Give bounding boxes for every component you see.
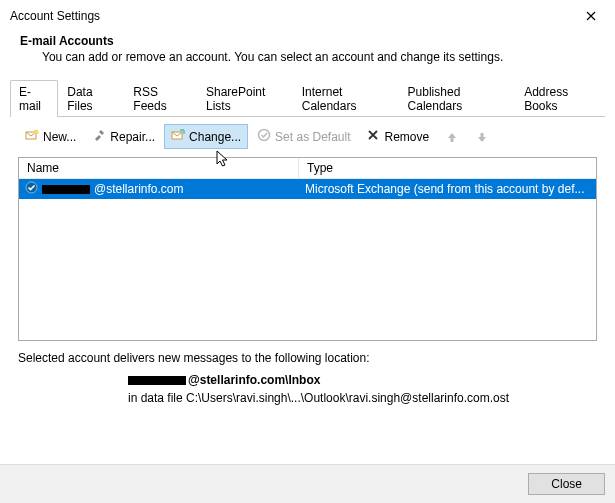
delivery-path: in data file C:\Users\ravi.singh\...\Out… — [18, 389, 597, 415]
remove-x-icon — [366, 128, 380, 145]
tab-data-files[interactable]: Data Files — [58, 80, 124, 117]
svg-point-3 — [259, 130, 270, 141]
arrow-down-icon — [475, 130, 489, 144]
move-down-button — [468, 126, 496, 148]
arrow-up-icon — [445, 130, 459, 144]
titlebar: Account Settings — [0, 0, 615, 30]
header: E-mail Accounts You can add or remove an… — [0, 30, 615, 74]
new-button[interactable]: New... — [18, 124, 83, 149]
footer-info: Selected account delivers new messages t… — [0, 345, 615, 421]
set-default-button: Set as Default — [250, 124, 357, 149]
change-label: Change... — [189, 130, 241, 144]
toolbar: New... Repair... Change... Set as Defaul… — [0, 118, 615, 153]
header-desc: You can add or remove an account. You ca… — [20, 48, 605, 64]
envelope-new-icon — [25, 128, 39, 145]
tab-internet-calendars[interactable]: Internet Calendars — [293, 80, 399, 117]
delivery-label: Selected account delivers new messages t… — [18, 351, 597, 365]
change-button[interactable]: Change... — [164, 124, 248, 149]
tools-icon — [92, 128, 106, 145]
account-email-domain: @stellarinfo.com — [94, 182, 184, 196]
move-up-button — [438, 126, 466, 148]
repair-button[interactable]: Repair... — [85, 124, 162, 149]
redacted-username-2 — [128, 376, 186, 385]
set-default-label: Set as Default — [275, 130, 350, 144]
header-title: E-mail Accounts — [20, 34, 605, 48]
bottom-bar: Close — [0, 464, 615, 503]
change-icon — [171, 128, 185, 145]
column-type[interactable]: Type — [299, 158, 596, 178]
tab-sharepoint-lists[interactable]: SharePoint Lists — [197, 80, 293, 117]
new-label: New... — [43, 130, 76, 144]
close-button[interactable]: Close — [528, 473, 605, 495]
remove-button[interactable]: Remove — [359, 124, 436, 149]
account-row[interactable]: @stellarinfo.com Microsoft Exchange (sen… — [19, 179, 596, 199]
account-type: Microsoft Exchange (send from this accou… — [299, 180, 596, 198]
check-circle-icon — [257, 128, 271, 145]
account-list: Name Type @stellarinfo.com Microsoft Exc… — [18, 157, 597, 341]
svg-point-1 — [34, 130, 39, 135]
tab-rss-feeds[interactable]: RSS Feeds — [124, 80, 197, 117]
tab-strip: E-mail Data Files RSS Feeds SharePoint L… — [0, 74, 615, 117]
remove-label: Remove — [384, 130, 429, 144]
default-check-icon — [25, 181, 38, 197]
list-header: Name Type — [19, 158, 596, 179]
window-title: Account Settings — [10, 9, 100, 23]
repair-label: Repair... — [110, 130, 155, 144]
tab-address-books[interactable]: Address Books — [515, 80, 605, 117]
tab-published-calendars[interactable]: Published Calendars — [399, 80, 516, 117]
redacted-username — [42, 185, 90, 194]
column-name[interactable]: Name — [19, 158, 299, 178]
tab-email[interactable]: E-mail — [10, 80, 58, 117]
delivery-location: @stellarinfo.com\Inbox — [18, 365, 597, 389]
close-icon[interactable] — [575, 6, 607, 26]
